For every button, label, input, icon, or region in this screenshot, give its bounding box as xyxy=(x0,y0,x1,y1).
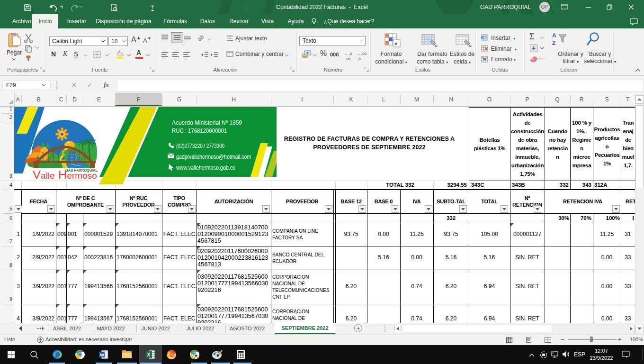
svg-text:www.vallehermoso.gob.ec: www.vallehermoso.gob.ec xyxy=(176,164,235,171)
svg-text:X: X xyxy=(147,352,151,357)
svg-text:GAD PARROQUIAL: GAD PARROQUIAL xyxy=(65,168,98,173)
svg-text:RUC : 1768120600001: RUC : 1768120600001 xyxy=(172,127,227,134)
svg-text:W: W xyxy=(100,353,104,357)
svg-text:Acuerdo Ministerial Nº 1359: Acuerdo Ministerial Nº 1359 xyxy=(172,119,242,126)
svg-text:(02)2773220 / 2773300: (02)2773220 / 2773300 xyxy=(176,143,224,149)
svg-text:≠: ≠ xyxy=(394,41,397,46)
svg-text:gadprvallehermoso@hotmail.com: gadprvallehermoso@hotmail.com xyxy=(176,154,251,160)
